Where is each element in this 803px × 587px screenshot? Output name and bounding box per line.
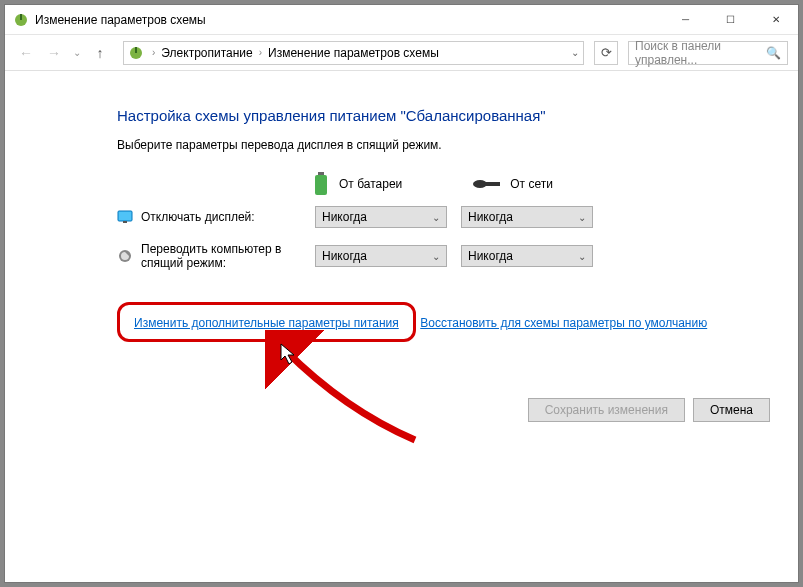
sleep-icon <box>117 248 133 264</box>
minimize-button[interactable]: ─ <box>663 5 708 34</box>
back-button[interactable]: ← <box>15 42 37 64</box>
display-icon <box>117 209 133 225</box>
breadcrumb[interactable]: › Электропитание › Изменение параметров … <box>123 41 584 65</box>
breadcrumb-current[interactable]: Изменение параметров схемы <box>266 46 441 60</box>
column-battery: От батареи <box>313 172 402 196</box>
advanced-link-highlight: Изменить дополнительные параметры питани… <box>117 302 416 342</box>
svg-rect-9 <box>123 221 127 223</box>
refresh-button[interactable]: ⟳ <box>594 41 618 65</box>
row-sleep-label: Переводить компьютер в спящий режим: <box>141 242 315 270</box>
save-button: Сохранить изменения <box>528 398 685 422</box>
window-title: Изменение параметров схемы <box>35 13 206 27</box>
breadcrumb-root[interactable]: Электропитание <box>159 46 254 60</box>
restore-defaults-link[interactable]: Восстановить для схемы параметры по умол… <box>420 316 707 330</box>
row-display: Отключать дисплей: Никогда⌄ Никогда⌄ <box>117 206 768 228</box>
maximize-button[interactable]: ☐ <box>708 5 753 34</box>
column-plugged: От сети <box>472 172 553 196</box>
svg-rect-3 <box>135 47 137 53</box>
page-title: Настройка схемы управления питанием "Сба… <box>117 107 768 124</box>
search-icon: 🔍 <box>766 46 781 60</box>
up-button[interactable]: ↑ <box>89 42 111 64</box>
power-icon <box>128 45 144 61</box>
breadcrumb-sep: › <box>255 47 266 58</box>
svg-rect-8 <box>118 211 132 221</box>
cancel-button[interactable]: Отмена <box>693 398 770 422</box>
search-input[interactable]: Поиск в панели управлен... 🔍 <box>628 41 788 65</box>
footer-buttons: Сохранить изменения Отмена <box>528 398 770 422</box>
titlebar: Изменение параметров схемы ─ ☐ ✕ <box>5 5 798 35</box>
sleep-plugged-select[interactable]: Никогда⌄ <box>461 245 593 267</box>
close-button[interactable]: ✕ <box>753 5 798 34</box>
search-placeholder: Поиск в панели управлен... <box>635 39 766 67</box>
toolbar: ← → ⌄ ↑ › Электропитание › Изменение пар… <box>5 35 798 71</box>
forward-button[interactable]: → <box>43 42 65 64</box>
sleep-battery-select[interactable]: Никогда⌄ <box>315 245 447 267</box>
history-dropdown[interactable]: ⌄ <box>73 47 81 58</box>
power-options-icon <box>13 12 29 28</box>
window: Изменение параметров схемы ─ ☐ ✕ ← → ⌄ ↑… <box>4 4 799 583</box>
breadcrumb-sep: › <box>148 47 159 58</box>
svg-rect-5 <box>315 175 327 195</box>
svg-rect-4 <box>318 172 324 175</box>
plug-icon <box>472 177 500 191</box>
row-display-label: Отключать дисплей: <box>141 210 315 224</box>
advanced-settings-link[interactable]: Изменить дополнительные параметры питани… <box>134 316 399 330</box>
battery-icon <box>313 172 329 196</box>
svg-rect-1 <box>20 14 22 20</box>
content: Настройка схемы управления питанием "Сба… <box>5 71 798 352</box>
row-sleep: Переводить компьютер в спящий режим: Ник… <box>117 242 768 270</box>
breadcrumb-dropdown[interactable]: ⌄ <box>571 47 579 58</box>
svg-rect-7 <box>484 182 500 186</box>
display-plugged-select[interactable]: Никогда⌄ <box>461 206 593 228</box>
display-battery-select[interactable]: Никогда⌄ <box>315 206 447 228</box>
page-subtitle: Выберите параметры перевода дисплея в сп… <box>117 138 768 152</box>
